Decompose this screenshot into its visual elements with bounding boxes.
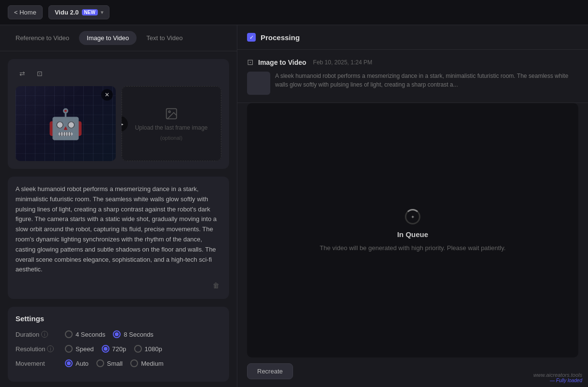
processing-title: Processing: [261, 33, 300, 42]
robot-image-preview: 🤖: [15, 86, 116, 161]
back-label: < Home: [14, 9, 36, 16]
duration-row: Duration i 4 Seconds 8 Seconds: [15, 330, 221, 338]
upload-placeholder-text: Upload the last frame image: [135, 124, 208, 131]
play-icon: ▶: [122, 116, 128, 132]
watermark: www.aicreators.tools — Fully loaded: [533, 372, 582, 383]
settings-section: Settings Duration i 4 Seconds: [8, 307, 229, 382]
movement-auto-radio[interactable]: [65, 359, 73, 367]
upload-placeholder-sub: (optional): [160, 135, 183, 141]
brand-label: Vidu 2.0: [55, 9, 79, 16]
delete-prompt-icon[interactable]: 🗑: [211, 280, 221, 291]
svg-point-1: [169, 111, 170, 113]
job-header: ⊡ Image to Video Feb 10, 2025, 1:24 PM: [247, 58, 578, 67]
last-frame-slot[interactable]: ▶ Upload the last frame image (optional): [122, 86, 222, 161]
duration-8s-radio[interactable]: [113, 330, 121, 338]
resolution-label: Resolution i: [15, 345, 59, 353]
swap-icon[interactable]: ⇄: [15, 67, 29, 80]
brand-button[interactable]: Vidu 2.0 NEW ▾: [48, 5, 109, 19]
job-type-label: Image to Video: [258, 59, 306, 66]
top-nav: < Home Vidu 2.0 NEW ▾: [0, 0, 588, 25]
watermark-url: www.aicreators.tools: [533, 372, 582, 378]
duration-label: Duration i: [15, 331, 59, 338]
back-button[interactable]: < Home: [8, 5, 43, 19]
left-content: ⇄ ⊡ 🤖 ✕ ▶: [0, 51, 237, 387]
duration-options: 4 Seconds 8 Seconds: [65, 330, 154, 338]
tab-bar: Reference to Video Image to Video Text t…: [0, 25, 237, 51]
resolution-720p-radio[interactable]: [102, 345, 109, 353]
processing-header: ✓ Processing: [237, 25, 588, 50]
duration-4s-option[interactable]: 4 Seconds: [65, 330, 105, 338]
resolution-speed-option[interactable]: Speed: [65, 345, 94, 353]
robot-silhouette: 🤖: [47, 106, 84, 141]
left-panel: Reference to Video Image to Video Text t…: [0, 25, 237, 387]
movement-small-radio[interactable]: [96, 359, 104, 367]
movement-options: Auto Small Medium: [65, 359, 164, 367]
duration-info-icon[interactable]: i: [41, 331, 48, 338]
resolution-row: Resolution i Speed 720p: [15, 345, 221, 353]
watermark-status: — Fully loaded: [533, 378, 582, 383]
resolution-speed-radio[interactable]: [65, 345, 73, 353]
resolution-720p-option[interactable]: 720p: [102, 345, 126, 353]
job-thumbnail: [247, 72, 270, 95]
tab-reference[interactable]: Reference to Video: [8, 31, 77, 45]
delete-first-frame-button[interactable]: ✕: [101, 89, 113, 101]
prompt-actions: 🗑: [15, 280, 221, 291]
duration-4s-radio[interactable]: [65, 330, 73, 338]
job-item: ⊡ Image to Video Feb 10, 2025, 1:24 PM A…: [237, 50, 588, 103]
movement-medium-radio[interactable]: [130, 359, 138, 367]
tab-image-to-video[interactable]: Image to Video: [79, 31, 137, 45]
in-queue-title: In Queue: [397, 230, 428, 238]
resolution-1080p-radio[interactable]: [134, 345, 142, 353]
video-preview-area: In Queue The video will be generated wit…: [247, 103, 578, 357]
job-description: A sleek humanoid robot performs a mesmer…: [247, 72, 578, 95]
expand-icon[interactable]: ⊡: [33, 67, 46, 80]
main-layout: Reference to Video Image to Video Text t…: [0, 25, 588, 387]
chevron-down-icon: ▾: [101, 10, 103, 15]
resolution-options: Speed 720p 1080p: [65, 345, 162, 353]
first-frame-slot[interactable]: 🤖 ✕: [15, 86, 116, 161]
movement-small-option[interactable]: Small: [96, 359, 123, 367]
loading-spinner: [405, 209, 420, 224]
job-date: Feb 10, 2025, 1:24 PM: [313, 59, 372, 66]
new-badge: NEW: [82, 9, 98, 15]
settings-title: Settings: [15, 314, 221, 323]
job-desc-text: A sleek humanoid robot performs a mesmer…: [275, 72, 578, 89]
upload-placeholder[interactable]: ▶ Upload the last frame image (optional): [122, 86, 222, 161]
prompt-section: A sleek humanoid robot performs a mesmer…: [8, 177, 229, 299]
in-queue-description: The video will be generated with high pr…: [320, 244, 506, 252]
resolution-1080p-option[interactable]: 1080p: [134, 345, 162, 353]
recreate-button[interactable]: Recreate: [247, 363, 293, 379]
movement-row: Movement Auto Small Medium: [15, 359, 221, 367]
duration-8s-option[interactable]: 8 Seconds: [113, 330, 153, 338]
movement-auto-option[interactable]: Auto: [65, 359, 89, 367]
prompt-text: A sleek humanoid robot performs a mesmer…: [15, 184, 221, 275]
upload-section: ⇄ ⊡ 🤖 ✕ ▶: [8, 59, 229, 169]
job-type-icon: ⊡: [247, 58, 253, 67]
tab-text-to-video[interactable]: Text to Video: [139, 31, 190, 45]
right-panel: ✓ Processing ⊡ Image to Video Feb 10, 20…: [237, 25, 588, 387]
processing-checkbox[interactable]: ✓: [247, 33, 256, 42]
movement-medium-option[interactable]: Medium: [130, 359, 163, 367]
movement-label: Movement: [15, 360, 59, 367]
upload-toolbar: ⇄ ⊡: [15, 67, 221, 80]
upload-image-icon: [165, 107, 178, 120]
image-slots: 🤖 ✕ ▶ Upload the la: [15, 86, 221, 161]
resolution-info-icon[interactable]: i: [47, 345, 54, 352]
